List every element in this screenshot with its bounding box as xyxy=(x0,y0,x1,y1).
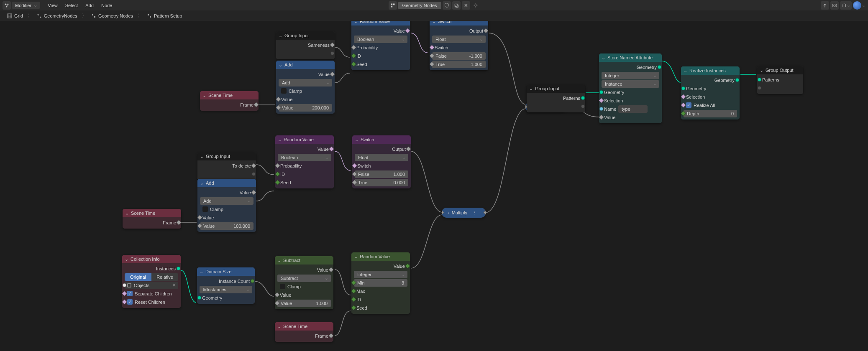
browse-nodetree-icon[interactable] xyxy=(388,1,397,10)
node-switch-2[interactable]: ⌄Switch Output Float⌵ Switch False1.000 … xyxy=(352,135,411,188)
node-multiply-1[interactable]: ›Multiply ⋮⋮ xyxy=(442,208,486,218)
node-group-input-1[interactable]: ⌄Group Input Sameness xyxy=(276,31,335,59)
op-dropdown[interactable]: Subtract⌵ xyxy=(277,275,331,282)
svg-rect-16 xyxy=(150,16,151,18)
node-group-input-2[interactable]: ⌄Group Input To delete xyxy=(197,152,256,180)
node-add-1[interactable]: ⌄Add Value Add⌵ Clamp Value Value200.000 xyxy=(276,61,335,114)
bc-pattern[interactable]: Pattern Setup xyxy=(145,13,184,19)
node-random-value-1[interactable]: ⌄Random Value Value Boolean⌵ Probability… xyxy=(351,17,410,70)
shield-icon[interactable] xyxy=(443,1,451,10)
parent-tree-icon[interactable] xyxy=(821,1,829,10)
node-scene-time-2[interactable]: ⌄Scene Time Frame xyxy=(123,209,181,229)
type-dropdown[interactable]: Boolean⌵ xyxy=(278,154,331,161)
depth-field[interactable]: Depth0 xyxy=(684,110,737,117)
node-collection-info[interactable]: ⌄Collection Info Instances OriginalRelat… xyxy=(122,255,181,308)
node-add-2[interactable]: ⌄Add Value Add⌵ Clamp Value Value100.000 xyxy=(197,179,256,232)
clamp-checkbox[interactable] xyxy=(280,284,285,289)
svg-rect-6 xyxy=(455,4,457,6)
type-dropdown[interactable]: Float⌵ xyxy=(432,36,486,43)
true-field[interactable]: True1.000 xyxy=(432,61,486,68)
node-switch-1[interactable]: ⌄Switch Output Float⌵ Switch False-1.000… xyxy=(430,17,488,70)
node-store-named-attribute[interactable]: ⌄Store Named Attribute Geometry Integer⌵… xyxy=(599,53,662,123)
node-canvas[interactable]: ⌄Scene Time Frame ⌄Group Input Sameness … xyxy=(0,21,868,351)
nodetree-name[interactable]: Geometry Nodes xyxy=(398,2,441,9)
node-type-dropdown[interactable]: Modifier⌵ xyxy=(12,2,40,9)
domain-dropdown[interactable]: Instance⌵ xyxy=(602,80,659,88)
node-scene-time-1[interactable]: ⌄Scene Time Frame xyxy=(200,91,259,111)
op-dropdown[interactable]: Add⌵ xyxy=(200,197,253,205)
bc-grid[interactable]: Grid xyxy=(5,13,25,19)
false-field[interactable]: False1.000 xyxy=(355,170,408,178)
svg-rect-13 xyxy=(92,14,93,15)
realize-all-checkbox[interactable]: ✓ xyxy=(686,102,691,108)
value-field[interactable]: Value1.000 xyxy=(277,300,331,307)
value-field[interactable]: Value200.000 xyxy=(279,104,332,112)
svg-rect-15 xyxy=(148,14,149,15)
node-group-output[interactable]: ⌄Group Output Patterns xyxy=(757,66,803,94)
svg-rect-7 xyxy=(456,5,458,7)
copy-icon[interactable] xyxy=(452,1,461,10)
false-field[interactable]: False-1.000 xyxy=(432,52,486,60)
node-scene-time-3[interactable]: ⌄Scene Time Frame xyxy=(275,322,333,342)
component-dropdown[interactable]: ⊞ Instances⌵ xyxy=(200,286,252,293)
collection-field[interactable]: Objects✕ xyxy=(125,282,178,289)
transform-space[interactable]: OriginalRelative xyxy=(125,273,178,281)
svg-rect-14 xyxy=(94,16,95,18)
editor-type-icon[interactable] xyxy=(3,1,11,10)
top-header: Modifier⌵ View Select Add Node Geometry … xyxy=(0,0,868,10)
clamp-checkbox[interactable] xyxy=(202,206,208,212)
op-dropdown[interactable]: Add⌵ xyxy=(279,79,332,86)
svg-rect-4 xyxy=(393,3,394,5)
bc-geonodes[interactable]: GeometryNodes xyxy=(35,13,79,19)
snap-icon[interactable]: ⌵ xyxy=(840,1,852,10)
breadcrumb: Grid 〉 GeometryNodes 〉 Geometry Nodes 〉 … xyxy=(0,10,868,21)
value-field[interactable]: Value100.000 xyxy=(200,222,253,230)
type-dropdown[interactable]: Integer⌵ xyxy=(354,271,407,278)
svg-rect-17 xyxy=(128,284,131,287)
separate-checkbox[interactable]: ✓ xyxy=(127,291,133,296)
node-random-value-2[interactable]: ⌄Random Value Value Boolean⌵ Probability… xyxy=(275,135,334,188)
svg-rect-10 xyxy=(8,14,12,18)
reset-checkbox[interactable]: ✓ xyxy=(127,299,133,305)
node-domain-size[interactable]: ⌄Domain Size Instance Count ⊞ Instances⌵… xyxy=(197,267,255,304)
clamp-checkbox[interactable] xyxy=(281,88,287,94)
true-field[interactable]: True0.000 xyxy=(355,179,408,186)
svg-rect-5 xyxy=(391,5,392,7)
data-type-dropdown[interactable]: Integer⌵ xyxy=(602,72,659,79)
node-subtract[interactable]: ⌄Subtract Value Subtract⌵ Clamp Value Va… xyxy=(275,256,333,309)
menu-node[interactable]: Node xyxy=(98,3,115,8)
node-random-value-3[interactable]: ⌄Random Value Value Integer⌵ Min3 Max ID… xyxy=(351,252,410,314)
menu-add[interactable]: Add xyxy=(82,3,97,8)
overlay-icon[interactable] xyxy=(830,1,839,10)
pin-icon[interactable] xyxy=(471,1,480,10)
type-dropdown[interactable]: Float⌵ xyxy=(355,154,408,161)
node-realize-instances[interactable]: ⌄Realize Instances Geometry Geometry Sel… xyxy=(681,66,740,120)
user-avatar[interactable] xyxy=(853,1,861,10)
unlink-icon[interactable] xyxy=(462,1,470,10)
menu-select[interactable]: Select xyxy=(62,3,82,8)
node-group-input-3[interactable]: ⌄Group Input Patterns xyxy=(527,84,585,112)
type-dropdown[interactable]: Boolean⌵ xyxy=(354,36,407,43)
min-field[interactable]: Min3 xyxy=(354,279,407,287)
name-field[interactable]: type xyxy=(618,105,648,113)
bc-geonodes2[interactable]: Geometry Nodes xyxy=(89,13,135,19)
menu-view[interactable]: View xyxy=(44,3,61,8)
svg-rect-3 xyxy=(391,3,392,5)
